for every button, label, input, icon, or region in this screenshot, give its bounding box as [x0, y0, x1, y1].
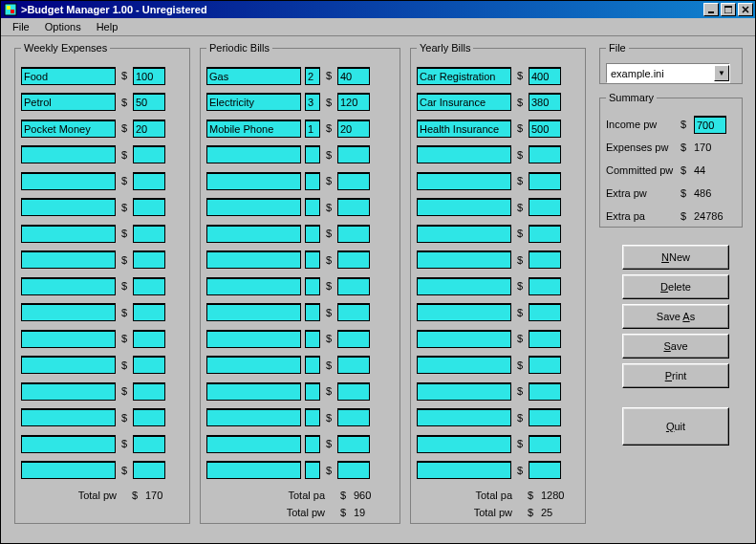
- expense-amount-input[interactable]: [529, 198, 561, 216]
- minimize-button[interactable]: [703, 3, 719, 16]
- print-button[interactable]: Print: [622, 363, 729, 388]
- expense-amount-input[interactable]: [529, 435, 561, 453]
- expense-qty-input[interactable]: [305, 145, 320, 163]
- expense-name-input[interactable]: [21, 225, 116, 243]
- expense-name-input[interactable]: [21, 120, 116, 138]
- expense-name-input[interactable]: [206, 330, 301, 348]
- new-button[interactable]: NNew: [622, 245, 729, 270]
- expense-name-input[interactable]: [206, 145, 301, 163]
- expense-amount-input[interactable]: [337, 408, 370, 426]
- expense-name-input[interactable]: [206, 67, 301, 85]
- expense-name-input[interactable]: [206, 435, 301, 453]
- expense-amount-input[interactable]: [337, 93, 370, 111]
- expense-amount-input[interactable]: [529, 145, 561, 163]
- expense-name-input[interactable]: [417, 277, 511, 295]
- expense-name-input[interactable]: [417, 145, 511, 163]
- expense-name-input[interactable]: [417, 435, 511, 453]
- menu-options[interactable]: Options: [37, 19, 89, 34]
- expense-amount-input[interactable]: [133, 250, 165, 269]
- save-as-button[interactable]: Save As: [622, 304, 729, 329]
- expense-amount-input[interactable]: [133, 461, 165, 479]
- expense-qty-input[interactable]: [305, 408, 320, 426]
- expense-qty-input[interactable]: [305, 435, 320, 453]
- expense-name-input[interactable]: [206, 382, 301, 401]
- expense-amount-input[interactable]: [133, 408, 165, 426]
- expense-amount-input[interactable]: [133, 356, 165, 374]
- expense-qty-input[interactable]: [305, 250, 320, 269]
- expense-name-input[interactable]: [21, 382, 116, 401]
- expense-qty-input[interactable]: [305, 356, 320, 374]
- expense-amount-input[interactable]: [529, 303, 561, 321]
- expense-amount-input[interactable]: [529, 93, 561, 111]
- expense-qty-input[interactable]: [305, 93, 320, 111]
- expense-name-input[interactable]: [206, 198, 301, 216]
- expense-amount-input[interactable]: [529, 382, 561, 401]
- expense-name-input[interactable]: [417, 120, 511, 138]
- expense-amount-input[interactable]: [133, 330, 165, 348]
- expense-name-input[interactable]: [417, 172, 511, 190]
- quit-button[interactable]: Quit: [622, 407, 729, 446]
- expense-name-input[interactable]: [206, 250, 301, 269]
- expense-amount-input[interactable]: [529, 172, 561, 190]
- save-button[interactable]: Save: [622, 334, 729, 359]
- expense-amount-input[interactable]: [337, 461, 370, 479]
- expense-amount-input[interactable]: [133, 145, 165, 163]
- expense-name-input[interactable]: [417, 303, 511, 321]
- expense-name-input[interactable]: [417, 330, 511, 348]
- expense-name-input[interactable]: [21, 145, 116, 163]
- expense-name-input[interactable]: [21, 250, 116, 269]
- expense-name-input[interactable]: [206, 461, 301, 479]
- expense-amount-input[interactable]: [133, 120, 165, 138]
- expense-amount-input[interactable]: [337, 172, 370, 190]
- expense-qty-input[interactable]: [305, 330, 320, 348]
- titlebar[interactable]: >Budget Manager 1.00 - Unregistered: [1, 1, 755, 18]
- expense-name-input[interactable]: [21, 93, 116, 111]
- expense-qty-input[interactable]: [305, 277, 320, 295]
- expense-amount-input[interactable]: [337, 198, 370, 216]
- menu-help[interactable]: Help: [89, 19, 126, 34]
- delete-button[interactable]: Delete: [622, 274, 729, 299]
- expense-qty-input[interactable]: [305, 198, 320, 216]
- expense-qty-input[interactable]: [305, 225, 320, 243]
- expense-name-input[interactable]: [417, 250, 511, 269]
- expense-amount-input[interactable]: [337, 330, 370, 348]
- expense-amount-input[interactable]: [337, 67, 370, 85]
- expense-amount-input[interactable]: [529, 120, 561, 138]
- expense-name-input[interactable]: [206, 303, 301, 321]
- expense-name-input[interactable]: [417, 67, 511, 85]
- expense-amount-input[interactable]: [133, 172, 165, 190]
- income-input[interactable]: [694, 116, 726, 134]
- expense-amount-input[interactable]: [529, 225, 561, 243]
- expense-amount-input[interactable]: [133, 93, 165, 111]
- expense-amount-input[interactable]: [529, 461, 561, 479]
- expense-amount-input[interactable]: [337, 303, 370, 321]
- expense-amount-input[interactable]: [133, 277, 165, 295]
- expense-name-input[interactable]: [21, 461, 116, 479]
- close-button[interactable]: [738, 3, 753, 16]
- expense-name-input[interactable]: [206, 408, 301, 426]
- expense-name-input[interactable]: [206, 120, 301, 138]
- expense-qty-input[interactable]: [305, 120, 320, 138]
- expense-amount-input[interactable]: [133, 67, 165, 85]
- expense-amount-input[interactable]: [133, 225, 165, 243]
- expense-amount-input[interactable]: [529, 67, 561, 85]
- expense-qty-input[interactable]: [305, 303, 320, 321]
- expense-amount-input[interactable]: [529, 356, 561, 374]
- expense-name-input[interactable]: [417, 408, 511, 426]
- expense-name-input[interactable]: [21, 356, 116, 374]
- expense-qty-input[interactable]: [305, 461, 320, 479]
- expense-name-input[interactable]: [417, 225, 511, 243]
- expense-name-input[interactable]: [21, 67, 116, 85]
- chevron-down-icon[interactable]: ▼: [714, 65, 729, 81]
- expense-qty-input[interactable]: [305, 67, 320, 85]
- expense-amount-input[interactable]: [337, 145, 370, 163]
- expense-amount-input[interactable]: [337, 382, 370, 401]
- expense-name-input[interactable]: [21, 172, 116, 190]
- expense-name-input[interactable]: [417, 461, 511, 479]
- expense-amount-input[interactable]: [337, 120, 370, 138]
- expense-amount-input[interactable]: [133, 435, 165, 453]
- expense-name-input[interactable]: [417, 93, 511, 111]
- file-dropdown[interactable]: example.ini ▼: [606, 63, 730, 83]
- expense-amount-input[interactable]: [337, 435, 370, 453]
- expense-name-input[interactable]: [21, 408, 116, 426]
